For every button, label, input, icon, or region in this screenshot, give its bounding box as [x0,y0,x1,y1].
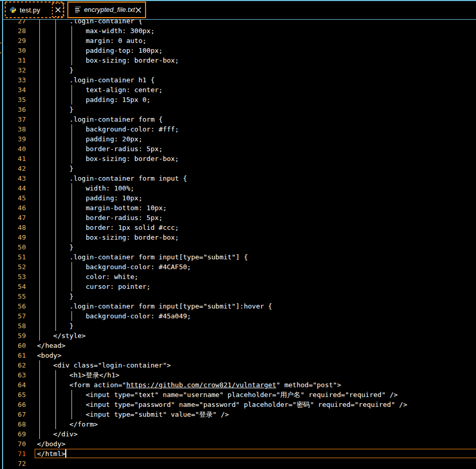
code-line[interactable]: <form action="https://github.com/crow821… [37,380,341,390]
line-number[interactable]: 51 [0,252,26,262]
tab-encrypted-file-txt[interactable]: encrypted_file.txt [67,2,146,18]
code-line[interactable]: } [37,164,74,173]
code-line[interactable]: text-align: center; [37,85,163,95]
line-number[interactable]: 37 [0,114,26,124]
line-number[interactable]: 45 [0,193,26,203]
code-line[interactable]: </form> [37,419,98,429]
editor-row: 34 text-align: center; [0,85,476,95]
line-number[interactable]: 61 [0,350,26,360]
line-number[interactable]: 47 [0,213,26,223]
code-line[interactable]: <input type="text" name="username" place… [37,390,398,400]
code-line[interactable]: } [37,291,74,301]
line-number[interactable]: 56 [0,301,26,311]
line-number[interactable]: 41 [0,154,26,164]
line-number[interactable]: 30 [0,46,26,55]
code-line[interactable]: <input type="submit" value="登录" /> [37,409,229,419]
editor-row: 52 background-color: #4CAF50; [0,262,476,272]
code-line[interactable]: .login-container form { [37,114,163,124]
code-line[interactable]: </body> [37,439,66,449]
line-number[interactable]: 42 [0,164,26,173]
tab-test-py[interactable]: test.py [5,2,64,18]
code-line[interactable]: background-color: #4CAF50; [37,262,191,272]
line-number[interactable]: 62 [0,360,26,370]
line-number[interactable]: 40 [0,144,26,154]
code-line[interactable]: <div class="login-container"> [37,360,171,370]
line-number[interactable]: 52 [0,262,26,272]
code-line[interactable]: padding-top: 100px; [37,46,163,55]
line-number[interactable]: 68 [0,419,26,429]
editor-row: 72 [0,459,476,468]
line-number[interactable]: 46 [0,203,26,213]
line-number[interactable]: 28 [0,26,26,36]
code-line[interactable]: padding: 20px; [37,134,143,144]
code-line[interactable]: <h1>登录</h1> [37,370,120,380]
line-number[interactable]: 65 [0,390,26,400]
code-line[interactable]: } [37,242,74,252]
line-number[interactable]: 55 [0,291,26,301]
code-line[interactable]: .login-container h1 { [37,75,155,85]
code-line[interactable]: margin: 0 auto; [37,36,147,46]
line-number[interactable]: 31 [0,55,26,65]
link-text[interactable]: https://github.com/crow821/vulntarget [126,381,277,389]
line-number[interactable]: 72 [0,459,26,468]
line-number[interactable]: 59 [0,331,26,341]
code-line[interactable]: max-width: 300px; [37,26,155,36]
code-line[interactable]: box-sizing: border-box; [37,55,179,65]
code-line[interactable]: .login-container form input { [37,173,187,183]
line-number[interactable]: 44 [0,183,26,193]
line-number[interactable]: 70 [0,439,26,449]
line-number[interactable]: 35 [0,95,26,105]
tab-close-button[interactable] [135,7,141,13]
line-number[interactable]: 32 [0,65,26,75]
code-line[interactable]: </div> [37,429,78,439]
code-line[interactable]: } [37,65,74,75]
code-line[interactable]: width: 100%; [37,183,135,193]
code-line[interactable]: border: 1px solid #ccc; [37,223,179,232]
line-number[interactable]: 66 [0,400,26,409]
line-number[interactable]: 57 [0,311,26,321]
line-number[interactable]: 60 [0,341,26,350]
code-line[interactable]: box-sizing: border-box; [37,154,179,164]
line-number[interactable]: 33 [0,75,26,85]
code-line[interactable]: <body> [37,350,62,360]
code-line[interactable]: background-color: #fff; [37,124,179,134]
editor-row: 61<body> [0,350,476,360]
line-number[interactable]: 39 [0,134,26,144]
code-line[interactable]: padding: 10px; [37,193,143,203]
line-number[interactable]: 54 [0,282,26,291]
code-line[interactable]: } [37,321,74,331]
line-number[interactable]: 34 [0,85,26,95]
code-line[interactable]: } [37,105,74,114]
line-number[interactable]: 58 [0,321,26,331]
line-number[interactable]: 63 [0,370,26,380]
code-line[interactable]: border-radius: 5px; [37,213,163,223]
line-number[interactable]: 43 [0,173,26,183]
line-number[interactable]: 71 [0,449,26,459]
current-line-highlight [35,449,476,458]
editor-row: 60</head> [0,341,476,350]
line-number[interactable]: 49 [0,232,26,242]
code-line[interactable]: box-sizing: border-box; [37,232,179,242]
code-line[interactable]: margin-bottom: 10px; [37,203,167,213]
code-line[interactable]: </head> [37,341,66,350]
code-line[interactable]: </style> [37,331,86,341]
line-number[interactable]: 53 [0,272,26,282]
line-number[interactable]: 67 [0,409,26,419]
code-line[interactable]: border-radius: 5px; [37,144,163,154]
code-line[interactable]: padding: 15px 0; [37,95,151,105]
code-line[interactable]: cursor: pointer; [37,282,151,291]
editor-row: 53 color: white; [0,272,476,282]
line-number[interactable]: 38 [0,124,26,134]
code-line[interactable]: color: white; [37,272,139,282]
code-line[interactable]: .login-container form input[type="submit… [37,301,272,311]
line-number[interactable]: 36 [0,105,26,114]
tab-close-button[interactable] [52,3,64,17]
line-number[interactable]: 69 [0,429,26,439]
code-line[interactable]: <input type="password" name="password" p… [37,400,408,409]
line-number[interactable]: 50 [0,242,26,252]
line-number[interactable]: 64 [0,380,26,390]
code-line[interactable]: .login-container form input[type="submit… [37,252,248,262]
code-line[interactable]: background-color: #45a049; [37,311,191,321]
line-number[interactable]: 48 [0,223,26,232]
line-number[interactable]: 29 [0,36,26,46]
